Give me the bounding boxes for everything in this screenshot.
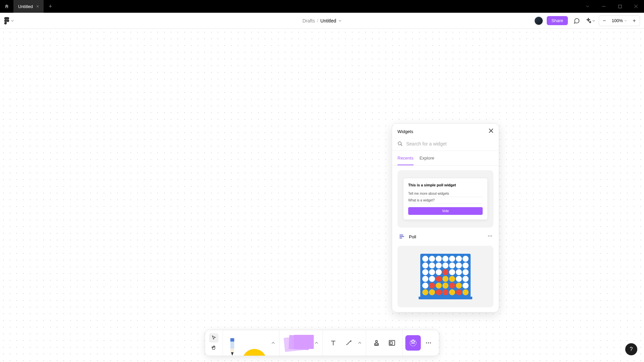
share-button[interactable]: Share	[547, 16, 568, 25]
figma-logo-icon	[4, 17, 9, 24]
home-button[interactable]	[0, 0, 13, 13]
draw-more-button[interactable]	[270, 335, 277, 351]
shape-tool[interactable]	[239, 338, 270, 356]
widget-row-poll[interactable]: Poll	[397, 232, 493, 242]
hand-icon	[211, 345, 217, 351]
help-button[interactable]: ?	[625, 343, 637, 355]
hand-tool[interactable]	[209, 343, 219, 353]
widgets-tabs: Recents Explore	[392, 151, 499, 165]
home-icon	[4, 4, 9, 9]
connector-more-button[interactable]	[357, 335, 363, 351]
svg-point-15	[376, 341, 378, 343]
tab-explore[interactable]: Explore	[420, 156, 434, 165]
section-icon	[388, 339, 396, 347]
pencil-icon	[229, 338, 236, 356]
header-actions: Share − 100% +	[534, 15, 640, 26]
sticky-note-tool[interactable]	[282, 335, 313, 351]
tool-section-select	[205, 330, 223, 356]
minimize-button[interactable]	[596, 0, 612, 13]
chevron-up-icon	[315, 341, 319, 345]
tool-section-content	[366, 330, 402, 356]
poll-icon	[398, 233, 406, 240]
close-icon	[489, 128, 493, 133]
titlebar: Untitled × +	[0, 0, 644, 13]
poll-preview-title: This is a simple poll widget	[408, 183, 483, 187]
poll-option: What is a widget?	[408, 197, 483, 204]
sticky-more-button[interactable]	[313, 335, 320, 351]
move-tool[interactable]	[209, 333, 219, 343]
connect4-board	[420, 254, 471, 297]
chevron-down-icon[interactable]	[338, 19, 341, 22]
svg-point-13	[490, 236, 490, 236]
window-menu-button[interactable]	[580, 0, 596, 13]
poll-preview-card: This is a simple poll widget Tell me mor…	[404, 178, 487, 220]
widgets-search	[392, 139, 499, 151]
svg-rect-1	[619, 5, 622, 8]
svg-line-8	[401, 144, 402, 146]
app-header: Drafts / Untitled Share − 100% +	[0, 13, 644, 29]
zoom-value[interactable]: 100%	[610, 18, 629, 23]
connector-tool[interactable]	[341, 335, 357, 351]
sticky-icon	[284, 335, 311, 351]
svg-rect-17	[390, 342, 392, 344]
widget-preview-poll[interactable]: This is a simple poll widget Tell me mor…	[397, 170, 493, 228]
circle-icon	[243, 349, 267, 356]
svg-rect-10	[399, 236, 404, 237]
close-button[interactable]	[628, 0, 644, 13]
chevron-down-icon	[11, 19, 14, 22]
stamp-icon	[373, 339, 380, 347]
section-tool[interactable]	[384, 335, 400, 351]
pencil-tool[interactable]	[226, 338, 239, 356]
connect4-base	[419, 297, 472, 299]
new-tab-button[interactable]: +	[44, 0, 57, 13]
search-icon	[397, 141, 403, 146]
chevron-down-icon	[624, 19, 627, 22]
svg-rect-11	[399, 238, 402, 238]
maximize-button[interactable]	[612, 0, 628, 13]
figma-menu-button[interactable]	[4, 17, 14, 24]
more-tools-button[interactable]	[421, 335, 436, 351]
widgets-panel-title: Widgets	[397, 129, 413, 134]
svg-point-19	[426, 343, 427, 344]
breadcrumb-file[interactable]: Untitled	[320, 18, 336, 23]
tool-section-text	[323, 330, 366, 356]
canvas[interactable]	[0, 29, 644, 362]
tab-recents[interactable]: Recents	[397, 156, 414, 165]
comment-icon	[573, 17, 580, 24]
breadcrumb: Drafts / Untitled	[303, 18, 342, 23]
cursor-icon	[211, 335, 217, 341]
avatar[interactable]	[534, 16, 543, 25]
bottom-toolbar	[205, 330, 439, 356]
svg-point-14	[491, 236, 492, 236]
tab-close-icon[interactable]: ×	[36, 4, 39, 9]
more-icon	[487, 233, 493, 239]
widgets-search-input[interactable]	[406, 141, 493, 146]
widgets-panel-close-button[interactable]	[489, 128, 493, 134]
ai-actions-button[interactable]	[585, 18, 595, 24]
more-icon	[425, 340, 432, 346]
comments-button[interactable]	[571, 15, 582, 26]
help-icon: ?	[630, 346, 633, 352]
tool-section-widgets	[402, 330, 439, 356]
widget-preview-connect4[interactable]	[397, 246, 493, 307]
svg-point-4	[7, 19, 9, 22]
chevron-down-icon	[592, 19, 595, 22]
zoom-label: 100%	[612, 18, 623, 23]
svg-point-7	[398, 142, 401, 145]
svg-point-20	[428, 343, 429, 344]
stamp-tool[interactable]	[369, 335, 384, 351]
widgets-tool[interactable]	[406, 335, 421, 351]
zoom-in-button[interactable]: +	[629, 16, 640, 26]
widget-more-button[interactable]	[487, 233, 493, 240]
widget-name-label: Poll	[409, 234, 484, 239]
breadcrumb-folder[interactable]: Drafts	[303, 18, 315, 23]
tab-label: Untitled	[18, 4, 33, 9]
svg-point-21	[430, 343, 431, 344]
chevron-up-icon	[271, 341, 275, 345]
zoom-out-button[interactable]: −	[599, 16, 610, 26]
chevron-up-icon	[358, 341, 362, 345]
svg-rect-9	[399, 235, 403, 235]
text-tool[interactable]	[326, 335, 341, 351]
tab-untitled[interactable]: Untitled ×	[13, 0, 44, 13]
breadcrumb-separator: /	[317, 18, 318, 23]
